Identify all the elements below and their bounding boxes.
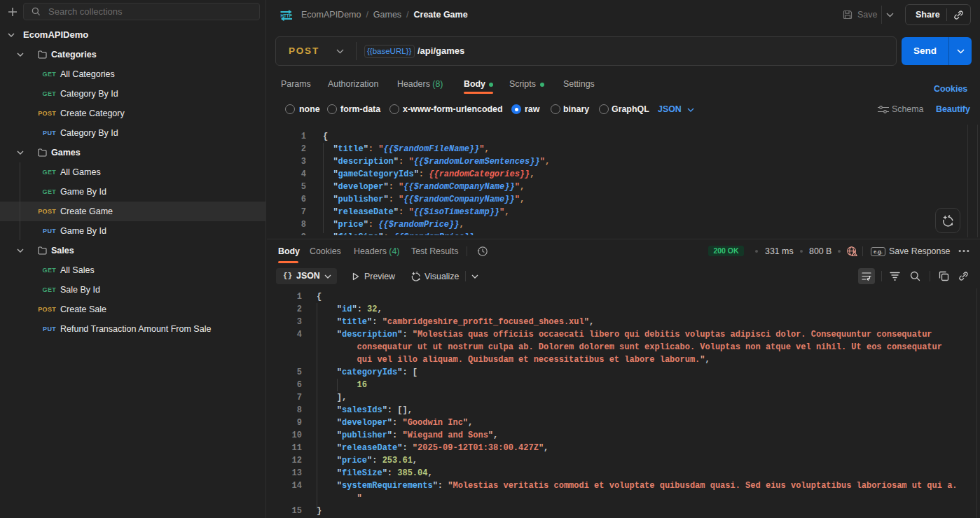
svg-text:HTTP: HTTP: [280, 13, 292, 19]
